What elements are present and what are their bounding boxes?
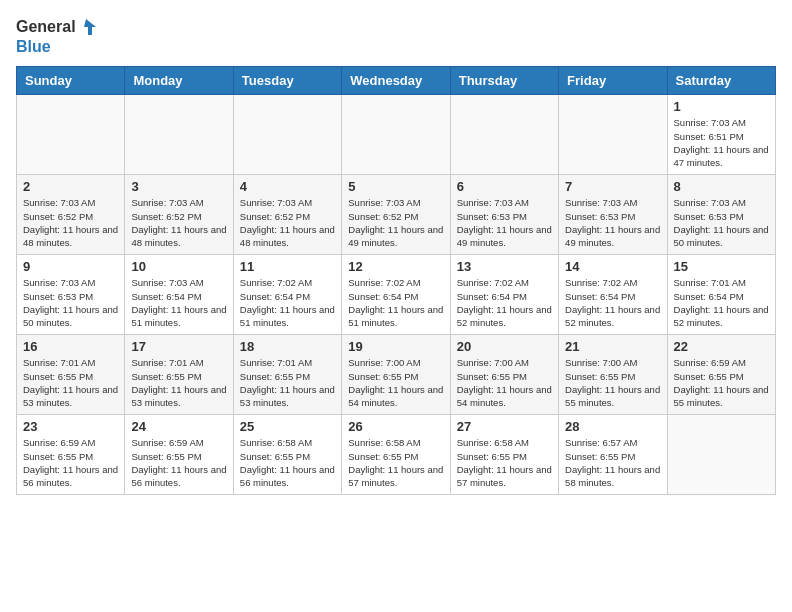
logo-text: General Blue xyxy=(16,16,100,56)
day-info: Sunrise: 7:03 AM Sunset: 6:52 PM Dayligh… xyxy=(240,196,335,249)
day-number: 4 xyxy=(240,179,335,194)
calendar-cell: 1Sunrise: 7:03 AM Sunset: 6:51 PM Daylig… xyxy=(667,95,775,175)
day-number: 22 xyxy=(674,339,769,354)
calendar-cell: 19Sunrise: 7:00 AM Sunset: 6:55 PM Dayli… xyxy=(342,335,450,415)
weekday-header-friday: Friday xyxy=(559,67,667,95)
day-number: 5 xyxy=(348,179,443,194)
calendar-cell: 26Sunrise: 6:58 AM Sunset: 6:55 PM Dayli… xyxy=(342,415,450,495)
calendar-cell: 18Sunrise: 7:01 AM Sunset: 6:55 PM Dayli… xyxy=(233,335,341,415)
day-info: Sunrise: 7:02 AM Sunset: 6:54 PM Dayligh… xyxy=(348,276,443,329)
calendar-cell: 25Sunrise: 6:58 AM Sunset: 6:55 PM Dayli… xyxy=(233,415,341,495)
day-number: 7 xyxy=(565,179,660,194)
week-row-4: 16Sunrise: 7:01 AM Sunset: 6:55 PM Dayli… xyxy=(17,335,776,415)
day-number: 11 xyxy=(240,259,335,274)
day-number: 9 xyxy=(23,259,118,274)
day-number: 8 xyxy=(674,179,769,194)
day-info: Sunrise: 7:01 AM Sunset: 6:55 PM Dayligh… xyxy=(131,356,226,409)
day-number: 27 xyxy=(457,419,552,434)
day-number: 26 xyxy=(348,419,443,434)
calendar-cell: 8Sunrise: 7:03 AM Sunset: 6:53 PM Daylig… xyxy=(667,175,775,255)
logo: General Blue xyxy=(16,16,100,56)
day-info: Sunrise: 7:02 AM Sunset: 6:54 PM Dayligh… xyxy=(457,276,552,329)
day-number: 16 xyxy=(23,339,118,354)
day-number: 20 xyxy=(457,339,552,354)
svg-marker-0 xyxy=(84,19,96,35)
weekday-header-wednesday: Wednesday xyxy=(342,67,450,95)
day-number: 18 xyxy=(240,339,335,354)
logo-general: General xyxy=(16,18,76,36)
day-number: 21 xyxy=(565,339,660,354)
day-info: Sunrise: 7:02 AM Sunset: 6:54 PM Dayligh… xyxy=(565,276,660,329)
day-number: 10 xyxy=(131,259,226,274)
calendar-cell: 22Sunrise: 6:59 AM Sunset: 6:55 PM Dayli… xyxy=(667,335,775,415)
weekday-header-tuesday: Tuesday xyxy=(233,67,341,95)
week-row-3: 9Sunrise: 7:03 AM Sunset: 6:53 PM Daylig… xyxy=(17,255,776,335)
calendar-cell: 14Sunrise: 7:02 AM Sunset: 6:54 PM Dayli… xyxy=(559,255,667,335)
weekday-header-thursday: Thursday xyxy=(450,67,558,95)
day-info: Sunrise: 6:59 AM Sunset: 6:55 PM Dayligh… xyxy=(674,356,769,409)
calendar-cell: 20Sunrise: 7:00 AM Sunset: 6:55 PM Dayli… xyxy=(450,335,558,415)
weekday-header-monday: Monday xyxy=(125,67,233,95)
day-number: 19 xyxy=(348,339,443,354)
day-number: 28 xyxy=(565,419,660,434)
calendar-cell: 21Sunrise: 7:00 AM Sunset: 6:55 PM Dayli… xyxy=(559,335,667,415)
week-row-5: 23Sunrise: 6:59 AM Sunset: 6:55 PM Dayli… xyxy=(17,415,776,495)
day-number: 15 xyxy=(674,259,769,274)
day-number: 1 xyxy=(674,99,769,114)
calendar-cell xyxy=(342,95,450,175)
calendar-cell: 4Sunrise: 7:03 AM Sunset: 6:52 PM Daylig… xyxy=(233,175,341,255)
day-info: Sunrise: 7:03 AM Sunset: 6:53 PM Dayligh… xyxy=(565,196,660,249)
day-number: 25 xyxy=(240,419,335,434)
calendar-cell: 5Sunrise: 7:03 AM Sunset: 6:52 PM Daylig… xyxy=(342,175,450,255)
calendar-cell: 9Sunrise: 7:03 AM Sunset: 6:53 PM Daylig… xyxy=(17,255,125,335)
calendar-cell: 10Sunrise: 7:03 AM Sunset: 6:54 PM Dayli… xyxy=(125,255,233,335)
calendar-cell: 2Sunrise: 7:03 AM Sunset: 6:52 PM Daylig… xyxy=(17,175,125,255)
day-info: Sunrise: 7:00 AM Sunset: 6:55 PM Dayligh… xyxy=(348,356,443,409)
day-info: Sunrise: 7:02 AM Sunset: 6:54 PM Dayligh… xyxy=(240,276,335,329)
day-info: Sunrise: 6:58 AM Sunset: 6:55 PM Dayligh… xyxy=(240,436,335,489)
day-info: Sunrise: 7:01 AM Sunset: 6:55 PM Dayligh… xyxy=(23,356,118,409)
calendar-cell xyxy=(450,95,558,175)
day-info: Sunrise: 7:03 AM Sunset: 6:53 PM Dayligh… xyxy=(674,196,769,249)
day-number: 24 xyxy=(131,419,226,434)
weekday-header-saturday: Saturday xyxy=(667,67,775,95)
calendar-cell: 28Sunrise: 6:57 AM Sunset: 6:55 PM Dayli… xyxy=(559,415,667,495)
calendar-cell xyxy=(667,415,775,495)
day-info: Sunrise: 7:03 AM Sunset: 6:53 PM Dayligh… xyxy=(457,196,552,249)
calendar-cell: 15Sunrise: 7:01 AM Sunset: 6:54 PM Dayli… xyxy=(667,255,775,335)
day-info: Sunrise: 7:03 AM Sunset: 6:51 PM Dayligh… xyxy=(674,116,769,169)
day-number: 23 xyxy=(23,419,118,434)
day-number: 6 xyxy=(457,179,552,194)
calendar-cell: 17Sunrise: 7:01 AM Sunset: 6:55 PM Dayli… xyxy=(125,335,233,415)
calendar-cell: 27Sunrise: 6:58 AM Sunset: 6:55 PM Dayli… xyxy=(450,415,558,495)
day-number: 17 xyxy=(131,339,226,354)
day-number: 14 xyxy=(565,259,660,274)
calendar-cell: 7Sunrise: 7:03 AM Sunset: 6:53 PM Daylig… xyxy=(559,175,667,255)
calendar-cell xyxy=(125,95,233,175)
day-number: 13 xyxy=(457,259,552,274)
day-info: Sunrise: 6:59 AM Sunset: 6:55 PM Dayligh… xyxy=(23,436,118,489)
day-info: Sunrise: 7:03 AM Sunset: 6:53 PM Dayligh… xyxy=(23,276,118,329)
calendar-cell: 23Sunrise: 6:59 AM Sunset: 6:55 PM Dayli… xyxy=(17,415,125,495)
weekday-header-sunday: Sunday xyxy=(17,67,125,95)
day-info: Sunrise: 7:03 AM Sunset: 6:52 PM Dayligh… xyxy=(348,196,443,249)
calendar-cell: 12Sunrise: 7:02 AM Sunset: 6:54 PM Dayli… xyxy=(342,255,450,335)
day-info: Sunrise: 7:01 AM Sunset: 6:55 PM Dayligh… xyxy=(240,356,335,409)
day-info: Sunrise: 6:58 AM Sunset: 6:55 PM Dayligh… xyxy=(348,436,443,489)
calendar-cell: 16Sunrise: 7:01 AM Sunset: 6:55 PM Dayli… xyxy=(17,335,125,415)
day-number: 2 xyxy=(23,179,118,194)
logo-arrow-icon xyxy=(78,16,100,38)
day-info: Sunrise: 6:59 AM Sunset: 6:55 PM Dayligh… xyxy=(131,436,226,489)
weekday-header-row: SundayMondayTuesdayWednesdayThursdayFrid… xyxy=(17,67,776,95)
week-row-2: 2Sunrise: 7:03 AM Sunset: 6:52 PM Daylig… xyxy=(17,175,776,255)
day-info: Sunrise: 7:03 AM Sunset: 6:52 PM Dayligh… xyxy=(131,196,226,249)
logo-blue: Blue xyxy=(16,38,100,56)
page-header: General Blue xyxy=(16,16,776,56)
day-info: Sunrise: 7:03 AM Sunset: 6:52 PM Dayligh… xyxy=(23,196,118,249)
day-info: Sunrise: 6:57 AM Sunset: 6:55 PM Dayligh… xyxy=(565,436,660,489)
calendar-cell: 6Sunrise: 7:03 AM Sunset: 6:53 PM Daylig… xyxy=(450,175,558,255)
day-info: Sunrise: 7:03 AM Sunset: 6:54 PM Dayligh… xyxy=(131,276,226,329)
calendar-cell xyxy=(17,95,125,175)
day-number: 12 xyxy=(348,259,443,274)
calendar-cell: 11Sunrise: 7:02 AM Sunset: 6:54 PM Dayli… xyxy=(233,255,341,335)
